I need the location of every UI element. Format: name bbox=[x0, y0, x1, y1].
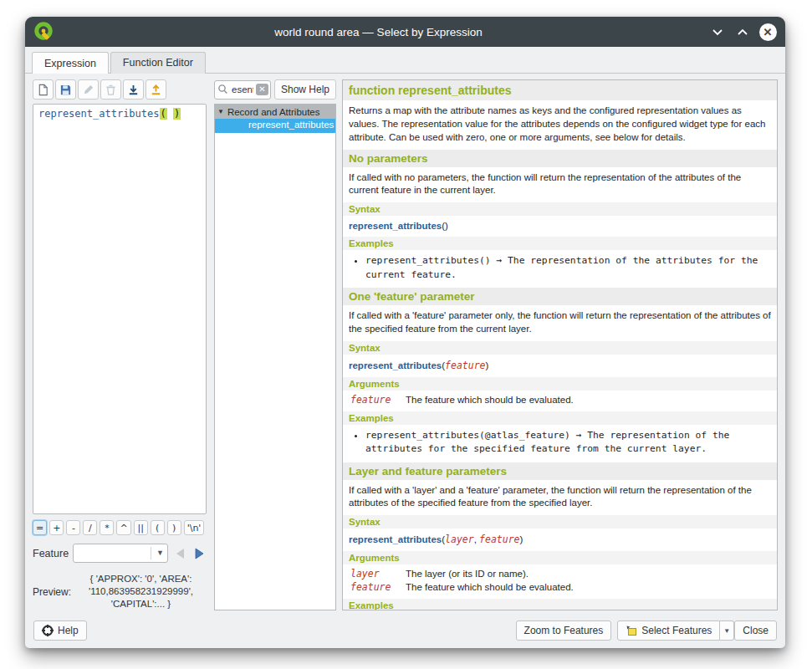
operator-button-plus[interactable]: + bbox=[49, 520, 64, 535]
upload-arrow-icon bbox=[150, 84, 162, 96]
trash-icon bbox=[105, 84, 117, 96]
operator-button-open-paren[interactable]: ( bbox=[151, 520, 165, 535]
example-item: represent_attributes(@atlas_feature) → T… bbox=[365, 429, 777, 457]
qgis-logo-icon bbox=[33, 21, 55, 43]
help-paragraph: Returns a map with the attribute names a… bbox=[343, 100, 777, 148]
argument-name: layer bbox=[350, 568, 406, 580]
close-icon: ✕ bbox=[759, 23, 777, 41]
help-subheading: Syntax bbox=[343, 515, 777, 529]
search-row: ✕ Show Help bbox=[214, 79, 336, 100]
search-box: ✕ bbox=[214, 80, 271, 100]
argument-description: The feature which should be evaluated. bbox=[406, 395, 771, 405]
operator-button-divide[interactable]: / bbox=[83, 520, 97, 535]
new-expression-button[interactable] bbox=[33, 79, 54, 100]
example-code: represent_attributes(@atlas_feature) bbox=[365, 430, 570, 441]
operator-button-close-paren[interactable]: ) bbox=[167, 520, 181, 535]
next-feature-button[interactable] bbox=[192, 546, 207, 561]
operator-button-minus[interactable]: - bbox=[66, 520, 80, 535]
zoom-to-features-label: Zoom to Features bbox=[524, 625, 604, 636]
syntax-code: represent_attributes(layer, feature) bbox=[343, 529, 777, 549]
help-title: function represent_attributes bbox=[343, 80, 777, 100]
operator-button-power[interactable]: ^ bbox=[116, 520, 130, 535]
feature-label: Feature bbox=[33, 548, 69, 559]
close-button-label: Close bbox=[743, 625, 769, 636]
help-subheading: Examples bbox=[343, 599, 777, 610]
help-panel-container: function represent_attributesReturns a m… bbox=[342, 79, 778, 610]
help-subheading: Examples bbox=[343, 411, 777, 425]
preview-value: { 'APPROX': '0', 'AREA': '110,8639582319… bbox=[75, 573, 207, 610]
download-arrow-icon bbox=[127, 84, 140, 96]
delete-expression-button[interactable] bbox=[100, 79, 121, 100]
title-bar[interactable]: world round area — Select by Expression … bbox=[25, 17, 785, 47]
help-subheading: Arguments bbox=[343, 377, 777, 391]
help-subheading: Syntax bbox=[343, 202, 777, 216]
export-expression-button[interactable] bbox=[146, 79, 166, 100]
help-section-heading: No parameters bbox=[343, 150, 777, 167]
show-help-button[interactable]: Show Help bbox=[274, 79, 336, 100]
help-subheading: Examples bbox=[343, 237, 777, 250]
expression-editor[interactable]: represent_attributes( ) bbox=[33, 104, 207, 514]
select-features-button[interactable]: Select Features bbox=[617, 620, 720, 641]
preview-row: Preview: { 'APPROX': '0', 'AREA': '110,8… bbox=[33, 573, 207, 610]
function-name: represent_attributes bbox=[349, 360, 442, 370]
select-features-label: Select Features bbox=[641, 625, 712, 636]
syntax-code: represent_attributes(feature) bbox=[343, 355, 777, 375]
select-features-dropdown-button[interactable]: ▼ bbox=[720, 620, 734, 641]
help-button-label: Help bbox=[58, 625, 79, 636]
tab-expression[interactable]: Expression bbox=[32, 52, 109, 74]
panel-splitter[interactable] bbox=[207, 79, 214, 610]
select-by-expression-dialog: world round area — Select by Expression … bbox=[25, 17, 785, 648]
function-tree: ▼ Record and Attributes represent_attrib… bbox=[214, 104, 336, 610]
help-section-heading: One 'feature' parameter bbox=[343, 288, 777, 305]
tab-bar: Expression Function Editor bbox=[25, 47, 785, 74]
help-paragraph: If called with a 'layer' and a 'feature'… bbox=[343, 480, 777, 514]
example-code: represent_attributes() bbox=[365, 255, 491, 266]
argument-name: feature bbox=[350, 581, 406, 593]
syntax-argument: layer bbox=[445, 534, 474, 545]
tree-group-record-and-attributes[interactable]: ▼ Record and Attributes bbox=[215, 105, 335, 119]
arguments-table: layerThe layer (or its ID or name).featu… bbox=[343, 564, 777, 597]
save-expression-button[interactable] bbox=[55, 79, 76, 100]
pencil-icon bbox=[82, 84, 94, 96]
feature-combobox[interactable]: ▼ bbox=[73, 544, 168, 563]
arguments-table: featureThe feature which should be evalu… bbox=[343, 391, 777, 410]
search-icon bbox=[217, 84, 228, 94]
tree-item-represent-attributes[interactable]: represent_attributes bbox=[215, 119, 335, 133]
expression-function-text: represent_attributes bbox=[38, 108, 160, 120]
help-subheading: Arguments bbox=[343, 551, 777, 564]
function-name: represent_attributes bbox=[349, 221, 442, 231]
zoom-to-features-button[interactable]: Zoom to Features bbox=[516, 620, 612, 641]
help-button[interactable]: Help bbox=[33, 620, 87, 641]
maximize-button[interactable] bbox=[733, 23, 752, 41]
function-list-panel: ✕ Show Help ▼ Record and Attributes repr… bbox=[214, 79, 336, 610]
operator-button-newline[interactable]: '\n' bbox=[184, 520, 205, 535]
syntax-code: represent_attributes() bbox=[343, 216, 777, 235]
expression-toolbar bbox=[33, 79, 207, 100]
collapse-triangle-icon: ▼ bbox=[217, 108, 224, 115]
help-paragraph: If called with a 'feature' parameter onl… bbox=[343, 305, 777, 340]
operator-button-multiply[interactable]: * bbox=[100, 520, 114, 535]
examples-list: represent_attributes() → The representat… bbox=[343, 254, 777, 282]
edit-expression-button[interactable] bbox=[78, 79, 99, 100]
operator-button-equals[interactable]: = bbox=[33, 520, 47, 535]
operator-button-concat[interactable]: || bbox=[134, 520, 148, 535]
expression-panel: represent_attributes( ) =+-/*^||()'\n' F… bbox=[33, 79, 207, 610]
tab-function-editor[interactable]: Function Editor bbox=[110, 52, 206, 74]
shade-button[interactable] bbox=[708, 23, 727, 41]
close-button[interactable]: Close bbox=[734, 620, 777, 641]
argument-name: feature bbox=[350, 394, 406, 406]
chevron-down-icon bbox=[712, 28, 723, 36]
previous-feature-button[interactable] bbox=[172, 546, 187, 561]
import-expression-button[interactable] bbox=[123, 79, 144, 100]
operator-row: =+-/*^||()'\n' bbox=[33, 520, 207, 535]
argument-description: The layer (or its ID or name). bbox=[406, 569, 771, 579]
clear-search-button[interactable]: ✕ bbox=[256, 84, 268, 95]
panel-gap bbox=[336, 79, 342, 610]
example-item: represent_attributes() → The representat… bbox=[365, 254, 777, 282]
left-triangle-icon bbox=[175, 548, 186, 559]
close-window-button[interactable]: ✕ bbox=[758, 23, 777, 41]
argument-description: The feature which should be evaluated. bbox=[406, 582, 771, 592]
right-triangle-icon bbox=[194, 548, 205, 559]
dropdown-arrow-icon: ▼ bbox=[723, 627, 730, 635]
tree-group-label: Record and Attributes bbox=[227, 107, 320, 117]
